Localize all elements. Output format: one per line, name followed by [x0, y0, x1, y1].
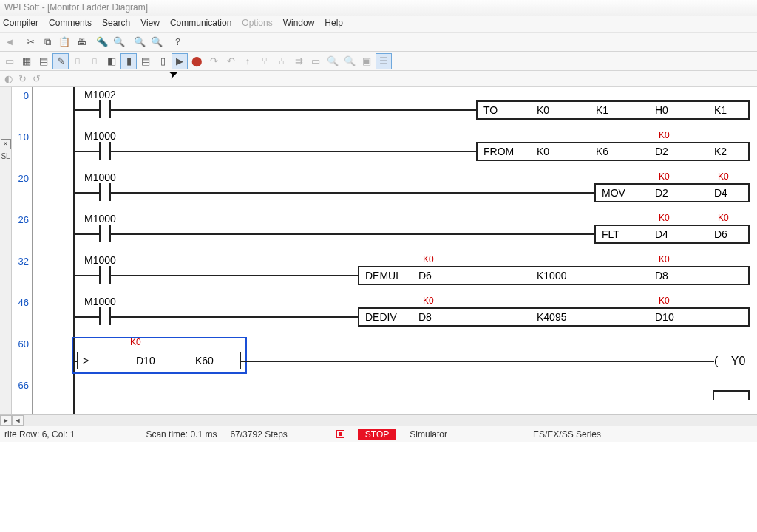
row-number: 32 — [18, 256, 29, 267]
status-series: ES/EX/SS Series — [533, 429, 601, 440]
status-steps: 67/3792 Steps — [230, 429, 287, 440]
monitor-value: K0 — [659, 130, 670, 140]
instruction-operand: H0 — [655, 104, 668, 116]
step-icon: ↷ — [206, 53, 222, 69]
menu-search[interactable]: Search — [102, 18, 130, 30]
page-icon[interactable]: ▯ — [155, 53, 171, 69]
instruction-box[interactable]: DEDIVD8K4095D10 — [358, 307, 750, 327]
instruction-box[interactable]: FLTD4D6 — [594, 225, 750, 244]
refresh-back-icon: ◐ — [1, 72, 15, 86]
status-mode-label: Simulator — [410, 429, 447, 440]
merge-icon: ⑃ — [274, 53, 290, 69]
monitor-value: K0 — [718, 213, 729, 223]
menu-bar: Compiler Comments Search View Communicat… — [0, 16, 757, 33]
toolbar-2: ▭ ▦ ▤ ✎ ⎍ ⎍ ◧ ▮ ▤ ▯ ▶ ⬤ ↷ ↶ ↑ ⑂ ⑃ ⇉ ▭ 🔍 … — [0, 52, 757, 71]
contact-label: M1000 — [84, 213, 116, 225]
row-number: 26 — [18, 214, 29, 225]
scroll-left2-icon[interactable]: ◄ — [12, 415, 24, 426]
stop-icon[interactable]: ⬤ — [189, 53, 205, 69]
cut-icon[interactable]: ✂ — [22, 34, 38, 50]
instruction-operand: K0 — [537, 146, 549, 157]
list-icon[interactable]: ▤ — [138, 53, 154, 69]
contact-label: M1002 — [84, 89, 116, 100]
row-number: 66 — [18, 380, 29, 391]
instruction-operand: K1 — [714, 104, 727, 116]
brush-icon[interactable]: ✎ — [52, 53, 69, 69]
horizontal-scrollbar[interactable]: ► ◄ — [0, 414, 757, 426]
menu-comments[interactable]: Comments — [49, 18, 92, 30]
contact-label: M1000 — [84, 254, 116, 266]
block-icon: ▭ — [308, 53, 324, 69]
status-bar: rite Row: 6, Col: 1 Scan time: 0.1 ms 67… — [0, 426, 757, 442]
workspace: × SL 010202632466066 M1002TOK0K1H0K1M100… — [0, 87, 757, 414]
zoom-out-icon[interactable]: 🔍 — [149, 34, 165, 50]
compare-instruction[interactable]: >D10K60 — [77, 352, 241, 369]
status-position: rite Row: 6, Col: 1 — [4, 429, 75, 440]
toolbar-1: ◄ ✂ ⧉ 📋 🖶 🔦 🔍 🔍 🔍 ？ — [0, 33, 757, 52]
instruction-operand: D4 — [714, 187, 727, 199]
menu-communication[interactable]: Communication — [170, 18, 231, 30]
instruction-operand: D6 — [418, 270, 432, 282]
instruction-operand: K0 — [537, 104, 549, 116]
mode-badge: STOP — [358, 429, 396, 440]
monitor-value: K0 — [659, 254, 670, 265]
instruction-operand: DEMUL — [365, 270, 401, 282]
copy-icon[interactable]: ⧉ — [39, 34, 55, 50]
marker-icon[interactable]: ◧ — [103, 53, 120, 69]
zoom-in-icon[interactable]: 🔍 — [132, 34, 148, 50]
paste-icon[interactable]: 📋 — [56, 34, 72, 50]
menu-window[interactable]: Window — [283, 18, 315, 30]
contact-label: M1000 — [84, 296, 116, 307]
monitor-value: K0 — [423, 296, 434, 306]
instruction-operand: D2 — [655, 187, 668, 199]
instruction-box[interactable]: MOVD2D4 — [594, 183, 750, 202]
menu-help[interactable]: Help — [325, 18, 343, 30]
instruction-operand: D2 — [655, 146, 668, 157]
zoom-icon[interactable]: 🔍 — [111, 34, 127, 50]
grid-icon[interactable]: ▦ — [18, 53, 35, 69]
contact-label: M1000 — [84, 171, 116, 183]
instruction-box[interactable]: FROMK0K6D2K2 — [476, 142, 750, 161]
module-icon: ▣ — [359, 53, 375, 69]
refresh-icon: ↻ — [16, 72, 29, 86]
instruction-operand: MOV — [602, 187, 625, 199]
menu-compiler[interactable]: Compiler — [3, 18, 38, 30]
print-icon[interactable]: 🖶 — [73, 34, 89, 50]
close-panel-icon[interactable]: × — [1, 139, 11, 149]
pointer-icon: ↑ — [240, 53, 256, 69]
tool-a-icon: ⎍ — [69, 53, 86, 69]
stop-indicator-icon — [336, 430, 344, 438]
row-number: 0 — [24, 90, 29, 101]
table-icon[interactable]: ▤ — [35, 53, 52, 69]
title-bar: WPLSoft - [Monitor Ladder Diagram] — [0, 0, 757, 16]
instruction-operand: D8 — [655, 270, 668, 282]
monitor-icon[interactable]: ☰ — [376, 53, 392, 69]
zoom3-icon: 🔍 — [342, 53, 358, 69]
instruction-operand: D10 — [655, 311, 674, 323]
monitor-value: K0 — [659, 296, 670, 306]
row-number: 46 — [18, 297, 29, 308]
instruction-box[interactable]: DEMULD6K1000D8 — [358, 266, 750, 285]
instruction-operand: FROM — [483, 146, 514, 157]
instruction-operand: K2 — [714, 146, 727, 157]
contact-label: M1000 — [84, 130, 116, 142]
monitor-value: K0 — [659, 171, 670, 182]
gutter-label: SL — [1, 152, 10, 160]
instruction-box[interactable]: TOK0K1H0K1 — [476, 100, 750, 120]
redo-icon: ↺ — [30, 72, 43, 86]
highlight-icon[interactable]: ▮ — [120, 53, 137, 69]
output-coil[interactable]: ( Y0 — [714, 355, 745, 368]
row-numbers: 010202632466066 — [12, 87, 33, 414]
ladder-diagram[interactable]: M1002TOK0K1H0K1M1000K0FROMK0K6D2K2M1000K… — [33, 87, 757, 414]
row-number: 20 — [18, 173, 29, 184]
instruction-operand: D6 — [714, 228, 727, 240]
monitor-value: K0 — [659, 213, 670, 223]
toolbar-3: ◐ ↻ ↺ — [0, 71, 757, 87]
scroll-left-icon[interactable]: ► — [0, 415, 12, 426]
nav-back-icon: ◄ — [1, 34, 18, 50]
menu-view[interactable]: View — [140, 18, 160, 30]
help-icon[interactable]: ？ — [169, 34, 186, 50]
find-icon[interactable]: 🔦 — [94, 34, 110, 50]
instruction-operand: DEDIV — [365, 311, 397, 323]
instruction-operand: FLT — [602, 228, 619, 240]
